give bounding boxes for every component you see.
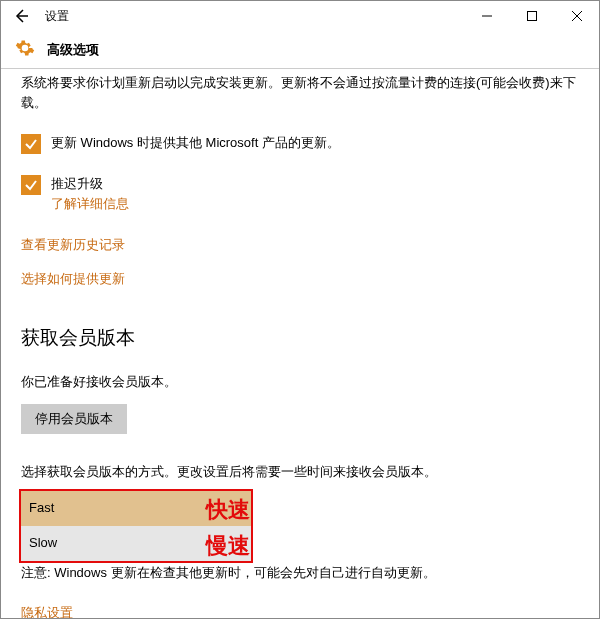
- intro-text: 系统将要求你计划重新启动以完成安装更新。更新将不会通过按流量计费的连接(可能会收…: [21, 73, 579, 113]
- checkbox-icon: [21, 134, 41, 154]
- minimize-icon: [482, 11, 492, 21]
- annotation-slow: 慢速: [206, 529, 250, 563]
- disable-insider-button[interactable]: 停用会员版本: [21, 404, 127, 434]
- insider-heading: 获取会员版本: [21, 323, 579, 352]
- svg-rect-1: [527, 12, 536, 21]
- checkbox-ms-products[interactable]: 更新 Windows 时提供其他 Microsoft 产品的更新。: [21, 133, 579, 154]
- maximize-icon: [527, 11, 537, 21]
- back-button[interactable]: [1, 1, 41, 31]
- back-arrow-icon: [13, 8, 29, 24]
- close-icon: [572, 11, 582, 21]
- page-header: 高级选项: [1, 31, 599, 69]
- delivery-link[interactable]: 选择如何提供更新: [21, 269, 125, 289]
- update-history-link[interactable]: 查看更新历史记录: [21, 235, 125, 255]
- insider-ring-dropdown: Fast Slow 快速 慢速: [21, 491, 251, 561]
- maximize-button[interactable]: [509, 1, 554, 31]
- insider-status: 你已准备好接收会员版本。: [21, 372, 579, 392]
- checkbox-label: 推迟升级: [51, 174, 129, 194]
- content-area: 系统将要求你计划重新启动以完成安装更新。更新将不会通过按流量计费的连接(可能会收…: [1, 69, 599, 619]
- checkbox-label: 更新 Windows 时提供其他 Microsoft 产品的更新。: [51, 133, 340, 153]
- insider-select-desc: 选择获取会员版本的方式。更改设置后将需要一些时间来接收会员版本。: [21, 462, 579, 482]
- window-title: 设置: [45, 8, 69, 25]
- title-bar: 设置: [1, 1, 599, 31]
- close-button[interactable]: [554, 1, 599, 31]
- checkbox-defer[interactable]: 推迟升级 了解详细信息: [21, 174, 579, 214]
- annotation-fast: 快速: [206, 493, 250, 527]
- insider-note: 注意: Windows 更新在检查其他更新时，可能会先对自己进行自动更新。: [21, 563, 579, 583]
- checkbox-icon: [21, 175, 41, 195]
- page-title: 高级选项: [47, 41, 99, 59]
- privacy-settings-link[interactable]: 隐私设置: [21, 603, 73, 619]
- learn-more-link[interactable]: 了解详细信息: [51, 194, 129, 214]
- minimize-button[interactable]: [464, 1, 509, 31]
- gear-icon: [15, 38, 35, 61]
